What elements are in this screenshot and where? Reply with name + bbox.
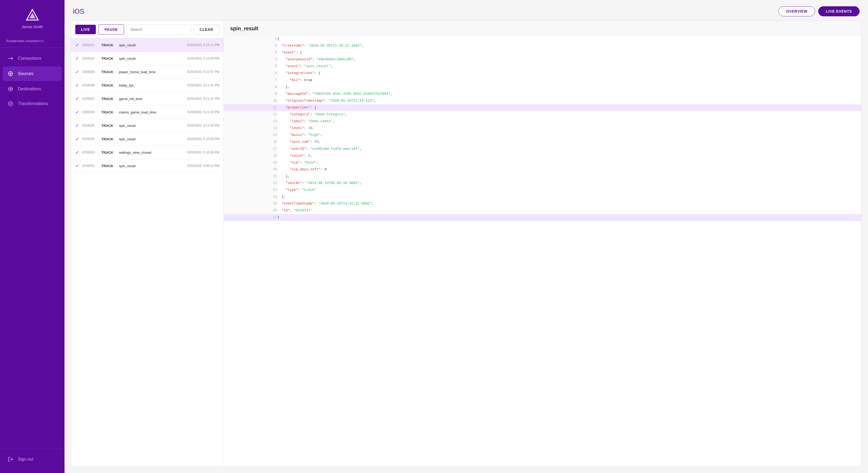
event-type: TRACK <box>101 70 116 74</box>
line-code: "event": "spin_result", <box>277 63 861 70</box>
pause-button[interactable]: PAUSE <box>98 25 124 34</box>
sidebar-workspace: Rudderlabs-chandra+r1 <box>0 35 64 46</box>
search-input[interactable] <box>127 25 191 34</box>
event-row[interactable]: ✓ 6258307 TRACK game_init_time 5/26/2020… <box>71 92 223 105</box>
event-row[interactable]: ✓ 6258302 TRACK spin_result 5/26/2020, 5… <box>71 159 223 173</box>
event-row[interactable]: ✓ 6258305 TRACK spin_result 5/26/2020, 5… <box>71 119 223 132</box>
events-scroll: ✓ 6258311 TRACK spin_result 5/26/2020, 5… <box>71 38 223 466</box>
line-number: 3 <box>224 49 277 56</box>
line-number: 9 <box>224 91 277 97</box>
event-time: 5/26/2020, 5:11:13 PM <box>187 110 219 114</box>
live-events-button[interactable]: LIVE EVENTS <box>818 6 860 16</box>
json-line: 14 "level": 10, <box>224 125 861 132</box>
line-number: 1 <box>224 35 277 42</box>
event-type: TRACK <box>101 57 116 61</box>
event-name: spin_result <box>119 124 184 128</box>
event-check-icon: ✓ <box>75 109 79 115</box>
line-code: "category": "Demo Category", <box>277 111 861 118</box>
json-table: 1{2 "createdAt": "2020-05-26T11:42:12.18… <box>224 35 861 221</box>
json-line: 7 "All": true <box>224 77 861 84</box>
line-number: 16 <box>224 138 277 145</box>
json-line: 12 "category": "Demo Category", <box>224 111 861 118</box>
event-row[interactable]: ✓ 6258304 TRACK spin_result 5/26/2020, 5… <box>71 132 223 146</box>
events-container: LIVE PAUSE CLEAR ✓ 6258311 TRACK spin_re… <box>71 21 862 467</box>
event-check-icon: ✓ <box>75 163 79 169</box>
event-time: 5/26/2020, 5:10:39 PM <box>187 151 219 154</box>
line-number: 12 <box>224 111 277 118</box>
overview-button[interactable]: OVERVIEW <box>778 6 815 16</box>
sign-out-icon <box>7 456 14 463</box>
event-type: TRACK <box>101 84 116 87</box>
json-line: 23 "type": "track" <box>224 187 861 193</box>
event-time: 5/26/2020, 5:11:31 PM <box>187 97 219 100</box>
live-button[interactable]: LIVE <box>75 25 96 34</box>
line-code: "anonymousId": "49e4bdd1c280bc00", <box>277 56 861 63</box>
event-name: game_init_time <box>119 97 184 101</box>
destinations-icon <box>7 86 14 92</box>
event-check-icon: ✓ <box>75 69 79 75</box>
event-type: TRACK <box>101 164 116 168</box>
line-code: "sentAt": "2019-08-12T05:08:30.909Z", <box>277 180 861 187</box>
json-line: 5 "event": "spin_result", <box>224 63 861 70</box>
events-list: LIVE PAUSE CLEAR ✓ 6258311 TRACK spin_re… <box>71 21 224 466</box>
event-row[interactable]: ✓ 6258311 TRACK spin_result 5/26/2020, 5… <box>71 38 223 52</box>
json-line: 2 "createdAt": "2020-05-26T11:42:12.186Z… <box>224 42 861 49</box>
event-time: 5/26/2020, 5:11:57 PM <box>187 70 219 74</box>
page-title: iOS <box>73 7 84 15</box>
line-code: }, <box>277 193 861 200</box>
sidebar-item-sources-label: Sources <box>18 71 33 76</box>
event-time: 5/26/2020, 5:08:12 PM <box>187 164 219 168</box>
json-line: 1{ <box>224 35 861 42</box>
line-number: 20 <box>224 166 277 173</box>
line-code: } <box>277 214 861 221</box>
line-number: 19 <box>224 159 277 166</box>
json-line: 8 }, <box>224 84 861 91</box>
event-name: spin_result <box>119 43 184 47</box>
line-code: "createdAt": "2020-05-26T11:42:12.186Z", <box>277 42 861 49</box>
line-number: 15 <box>224 132 277 138</box>
sidebar-item-transformations[interactable]: Transformations <box>0 96 64 111</box>
sidebar-logo: James Smith <box>0 0 64 35</box>
event-row[interactable]: ✓ 6258306 TRACK casino_game_load_time 5/… <box>71 105 223 119</box>
sidebar-item-destinations[interactable]: Destinations <box>0 82 64 96</box>
event-name: casino_game_load_time <box>119 110 184 114</box>
line-number: 18 <box>224 152 277 159</box>
line-code: "messageId": "fd03fd36-92dc-4f80-882c-62… <box>277 91 861 97</box>
sidebar-item-destinations-label: Destinations <box>18 87 41 91</box>
line-code: "vip_days_left": 9 <box>277 166 861 173</box>
sidebar-item-sources[interactable]: Sources <box>3 66 62 81</box>
json-line: 19 "vip": "Gold", <box>224 159 861 166</box>
event-row[interactable]: ✓ 6258310 TRACK spin_result 5/26/2020, 5… <box>71 52 223 65</box>
event-row[interactable]: ✓ 6258308 TRACK lobby_fps 5/26/2020, 5:1… <box>71 79 223 92</box>
sources-icon <box>7 70 14 77</box>
clear-button[interactable]: CLEAR <box>193 25 219 34</box>
sidebar-item-connections[interactable]: Connections <box>0 51 64 66</box>
line-number: 23 <box>224 187 277 193</box>
header-buttons: OVERVIEW LIVE EVENTS <box>778 6 860 16</box>
event-check-icon: ✓ <box>75 123 79 128</box>
line-number: 7 <box>224 77 277 84</box>
event-type: TRACK <box>101 110 116 114</box>
line-code: "spin_num": 20, <box>277 138 861 145</box>
line-number: 13 <box>224 118 277 125</box>
event-check-icon: ✓ <box>75 150 79 155</box>
line-code: "All": true <box>277 77 861 84</box>
event-check-icon: ✓ <box>75 83 79 88</box>
line-number: 4 <box>224 56 277 63</box>
json-line: 21 }, <box>224 173 861 180</box>
event-id: 6258303 <box>83 151 98 154</box>
line-code: "userID": "useKExKW-Isdfw-awersdf", <box>277 146 861 152</box>
event-row[interactable]: ✓ 6258303 TRACK settings_view_closed 5/2… <box>71 146 223 159</box>
event-check-icon: ✓ <box>75 96 79 102</box>
json-line: 9 "messageId": "fd03fd36-92dc-4f80-882c-… <box>224 91 861 97</box>
sign-out-button[interactable]: Sign out <box>7 454 57 465</box>
event-check-icon: ✓ <box>75 56 79 61</box>
main-header: iOS OVERVIEW LIVE EVENTS <box>64 0 868 21</box>
json-line: 26 "id": "6258311" <box>224 207 861 214</box>
event-id: 6258309 <box>83 70 98 74</box>
line-code: "integrations": { <box>277 70 861 76</box>
line-code: "event": { <box>277 49 861 56</box>
event-id: 6258306 <box>83 110 98 114</box>
line-number: 21 <box>224 173 277 180</box>
event-row[interactable]: ✓ 6258309 TRACK player_home_load_time 5/… <box>71 65 223 79</box>
